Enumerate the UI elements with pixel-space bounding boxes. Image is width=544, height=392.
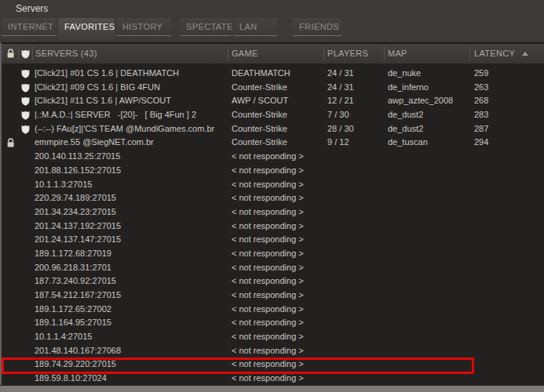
lock-icon <box>6 136 15 150</box>
column-header-game[interactable]: GAME <box>232 44 258 64</box>
tab-favorites[interactable]: FAVORITES <box>58 18 115 40</box>
server-game: < not responding > <box>232 289 304 303</box>
server-name: 187.73.240.92:27015 <box>35 274 116 289</box>
server-game: < not responding > <box>232 191 304 205</box>
server-name: 10.1.1.3:27015 <box>35 178 92 192</box>
server-name: 10.1.1.4:27015 <box>35 330 92 344</box>
server-row[interactable]: [Click21] #11 CS 1.6 | AWP/SCOUT AWP / S… <box>2 94 544 108</box>
server-row[interactable]: (--:--) FAu[z]|'CS TEAM @MundiGames.com.… <box>2 122 544 136</box>
server-row[interactable]: 189.1.172.65:27002 < not responding > <box>2 303 544 317</box>
server-game: Counter-Strike <box>232 136 287 150</box>
server-game: < not responding > <box>232 178 304 192</box>
server-row[interactable]: 200.96.218.31:2701 < not responding > <box>2 261 544 275</box>
server-row[interactable]: |.:M.A.D.:| SERVER -[20]- [ Big 4Fun ] 2… <box>2 108 544 122</box>
header-separator <box>32 47 33 60</box>
server-game: < not responding > <box>232 247 304 261</box>
server-players: 7 / 30 <box>327 108 349 122</box>
shield-icon <box>21 122 30 136</box>
server-row[interactable]: emmpire.55 @SiegNET.com.br Counter-Strik… <box>2 136 544 150</box>
server-map: de_nuke <box>388 67 421 81</box>
server-name: 201.48.140.167:27068 <box>35 344 121 358</box>
server-name: 201.34.234.23:27015 <box>35 205 116 220</box>
server-row[interactable]: 200.140.113.25:27015 < not responding > <box>2 150 544 164</box>
tab-label: HISTORY <box>122 22 162 31</box>
server-map: de_dust2 <box>388 122 423 136</box>
server-game: < not responding > <box>232 220 304 234</box>
column-header-map[interactable]: MAP <box>388 44 407 64</box>
server-row[interactable]: 201.88.126.152:27015 < not responding > <box>2 164 544 178</box>
server-game: < not responding > <box>232 150 304 164</box>
header-separator <box>18 47 19 60</box>
server-row[interactable]: 189.1.172.68:27019 < not responding > <box>2 247 544 261</box>
server-game: < not responding > <box>232 164 304 178</box>
server-game: < not responding > <box>232 233 304 247</box>
server-row[interactable]: 189.1.164.95:27015 < not responding > <box>2 316 544 330</box>
tab-friends[interactable]: FRIENDS <box>293 18 341 36</box>
column-header-servers[interactable]: SERVERS (43) <box>35 44 97 64</box>
server-row[interactable]: [Click21] #01 CS 1.6 | DEATHMATCH DEATHM… <box>2 67 544 81</box>
latency-label: LATENCY <box>474 49 515 58</box>
lock-icon <box>6 49 15 59</box>
server-game: < not responding > <box>232 330 304 344</box>
server-row[interactable]: [Click21] #09 CS 1.6 | BIG 4FUN Counter-… <box>2 81 544 95</box>
window-bottom-edge <box>0 385 544 392</box>
server-game: < not responding > <box>232 261 304 275</box>
server-name: 189.1.172.65:27002 <box>35 303 111 317</box>
tab-history[interactable]: HISTORY <box>116 18 171 36</box>
server-latency: 287 <box>474 122 488 136</box>
column-header-latency[interactable]: LATENCY <box>474 44 528 64</box>
server-row[interactable]: 10.1.1.3:27015 < not responding > <box>2 178 544 192</box>
server-row[interactable]: 201.24.137.192:27015 < not responding > <box>2 220 544 234</box>
server-row[interactable]: 220.29.74.189:27015 < not responding > <box>2 191 544 205</box>
server-name: [Click21] #01 CS 1.6 | DEATHMATCH <box>35 67 179 81</box>
server-game: < not responding > <box>232 316 304 330</box>
lock-column-header[interactable] <box>6 44 15 64</box>
server-game: Counter-Strike <box>232 81 287 95</box>
server-map: de_inferno <box>388 81 429 95</box>
server-name: [Click21] #09 CS 1.6 | BIG 4FUN <box>35 81 160 95</box>
server-game: AWP / SCOUT <box>232 94 288 108</box>
server-name: 187.54.212.167:27015 <box>35 289 121 303</box>
server-players: 28 / 30 <box>327 122 354 136</box>
shield-icon <box>21 49 30 59</box>
server-game: < not responding > <box>232 344 304 358</box>
tab-label: LAN <box>239 22 257 31</box>
server-name: 189.1.164.95:27015 <box>35 316 111 330</box>
server-name: 201.24.137.192:27015 <box>35 220 121 234</box>
server-name: 189.1.172.68:27019 <box>35 247 111 261</box>
server-map: de_dust2 <box>388 108 423 122</box>
server-name: 200.140.113.25:27015 <box>35 150 120 164</box>
server-row[interactable]: 201.24.137.147:27015 < not responding > <box>2 233 544 247</box>
tab-bar: INTERNET FAVORITES HISTORY SPECTATE LAN … <box>2 18 544 41</box>
server-list-panel: SERVERS (43) GAME PLAYERS MAP LATENCY <box>0 42 544 385</box>
window-title: Servers <box>16 3 48 14</box>
server-game: Counter-Strike <box>232 108 287 122</box>
header-separator <box>323 47 324 60</box>
shield-icon <box>21 81 30 95</box>
server-name: 220.29.74.189:27015 <box>35 191 116 205</box>
tab-label: SPECTATE <box>186 22 233 31</box>
column-header-players[interactable]: PLAYERS <box>327 44 368 64</box>
server-players: 24 / 31 <box>327 67 354 81</box>
server-row[interactable]: 201.34.234.23:27015 < not responding > <box>2 205 544 220</box>
server-name: |.:M.A.D.:| SERVER -[20]- [ Big 4Fun ] 2 <box>35 108 196 122</box>
tab-internet[interactable]: INTERNET <box>2 18 57 36</box>
list-header: SERVERS (43) GAME PLAYERS MAP LATENCY <box>2 44 544 64</box>
shield-icon <box>21 94 30 108</box>
shield-column-header[interactable] <box>21 44 30 64</box>
server-row[interactable]: 187.73.240.92:27015 < not responding > <box>2 274 544 289</box>
server-row[interactable]: 10.1.1.4:27015 < not responding > <box>2 330 544 344</box>
tab-label: FRIENDS <box>299 22 339 31</box>
server-row[interactable]: 201.48.140.167:27068 < not responding > <box>2 344 544 358</box>
server-name: 200.96.218.31:2701 <box>35 261 111 275</box>
title-bar: Servers <box>0 0 544 17</box>
server-latency: 294 <box>474 136 488 150</box>
server-latency: 263 <box>474 81 488 95</box>
tab-lan[interactable]: LAN <box>233 18 277 36</box>
server-game: < not responding > <box>232 205 304 220</box>
tab-label: INTERNET <box>8 22 53 31</box>
server-name: (--:--) FAu[z]|'CS TEAM @MundiGames.com.… <box>35 122 214 136</box>
server-row[interactable]: 187.54.212.167:27015 < not responding > <box>2 289 544 303</box>
tab-spectate[interactable]: SPECTATE <box>180 18 232 36</box>
servers-window: Servers INTERNET FAVORITES HISTORY SPECT… <box>0 0 544 392</box>
